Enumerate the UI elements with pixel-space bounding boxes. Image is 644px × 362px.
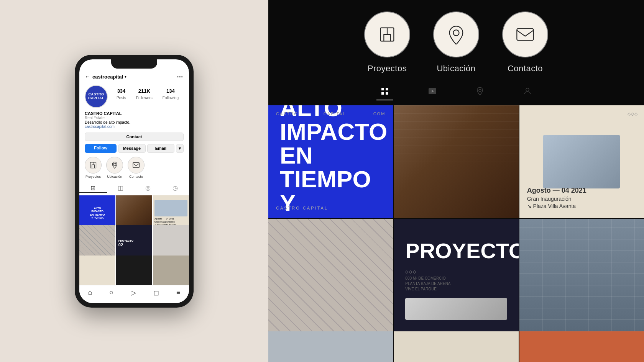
email-button[interactable]: Email <box>147 144 174 153</box>
grid-item-8[interactable] <box>116 256 152 285</box>
highlight-ubicacion[interactable]: Ubicación <box>106 157 123 179</box>
rp-highlight-proyectos[interactable]: Proyectos <box>364 11 410 74</box>
phone-mockup: ← castrocapital ▾ ⋯ CASTRO CAPITAL 334 <box>75 55 194 308</box>
rp-nav-tabs <box>268 81 644 105</box>
rp-proyecto-title: PROYECTO <box>405 240 518 262</box>
rp-tab-reels[interactable] <box>424 85 441 100</box>
contact-button[interactable]: Contact <box>85 133 184 141</box>
avatar-text: CASTRO CAPITAL <box>88 93 104 100</box>
svg-rect-5 <box>517 29 533 40</box>
rp-bottom-cell-1[interactable] <box>268 331 393 362</box>
ig-stat-followers: 211K Followers <box>136 88 153 101</box>
right-panel: Proyectos Ubicación Contacto <box>268 0 644 362</box>
bio-name: CASTRO CAPITAL <box>85 111 184 116</box>
grid-item-9[interactable] <box>153 256 189 285</box>
grid-item-7[interactable] <box>79 256 115 285</box>
rp-alto-header: CASTRO CAPITAL .COM <box>268 111 393 116</box>
ig-stats: 334 Posts 211K Followers 134 Following <box>112 85 184 101</box>
ig-profile-section: CASTRO CAPITAL 334 Posts 211K Followers … <box>79 83 189 111</box>
rp-tab-location[interactable] <box>472 85 488 100</box>
highlight-contacto[interactable]: Contacto <box>128 157 145 179</box>
rp-beige-logo: ◇◇◇ <box>628 111 638 116</box>
ig-bottom-nav: ⌂ ○ ▷ ◻ ≡ <box>79 285 189 303</box>
rp-highlight-contacto-label: Contacto <box>508 64 543 74</box>
message-button[interactable]: Message <box>118 144 145 153</box>
rp-photo-grid: CASTRO CAPITAL .COM ALTO IMPACTO EN TIEM… <box>268 105 644 331</box>
rp-grid-cell-proyecto[interactable]: PROYECTO 02 ◇◇◇ 800 M² DE COMERCIO PLANT… <box>394 219 518 331</box>
rp-building-visual <box>394 105 518 218</box>
svg-point-9 <box>526 88 529 91</box>
rp-proyecto-building-visual <box>405 298 507 320</box>
rp-highlight-contacto-circle <box>502 11 548 57</box>
phone-screen: ← castrocapital ▾ ⋯ CASTRO CAPITAL 334 <box>79 59 189 303</box>
phone-notch <box>111 59 157 69</box>
bio-description: Desarrollo de alto impacto. <box>85 120 184 124</box>
svg-point-8 <box>479 89 481 92</box>
rp-proyecto-desc: 800 M² DE COMERCIO PLANTA BAJA DE ARENA … <box>405 276 450 292</box>
rp-highlight-proyectos-label: Proyectos <box>368 64 407 74</box>
bottom-shop[interactable]: ◻ <box>153 288 159 297</box>
rp-bottom-cell-3[interactable] <box>519 331 644 362</box>
rp-alto-brand: CASTRO CAPITAL <box>276 206 328 210</box>
rp-grid-cell-arch[interactable] <box>268 219 393 331</box>
highlight-proyectos-circle <box>85 157 102 174</box>
bio-category: Real Estate <box>85 116 184 120</box>
avatar: CASTRO CAPITAL <box>85 85 108 108</box>
ig-more-icon[interactable]: ⋯ <box>177 73 184 80</box>
ig-photo-grid: ALTOIMPACTOEN TIEMPOY FORMA Agosto — 04 … <box>79 195 189 285</box>
rp-facade-visual <box>519 219 644 331</box>
highlight-ubicacion-circle <box>106 157 123 174</box>
tab-tagged[interactable]: ◎ <box>134 183 162 193</box>
rp-highlight-ubicacion[interactable]: Ubicación <box>433 11 479 74</box>
more-button[interactable]: ▾ <box>176 144 184 153</box>
rp-tab-profile[interactable] <box>519 85 536 100</box>
svg-rect-2 <box>133 162 140 167</box>
highlight-proyectos[interactable]: Proyectos <box>85 157 102 179</box>
bottom-home[interactable]: ⌂ <box>88 288 92 297</box>
rp-beige-building <box>543 135 620 188</box>
rp-bottom-row <box>268 331 644 362</box>
highlight-contacto-label: Contacto <box>129 175 143 179</box>
rp-grid-cell-alto-impacto[interactable]: CASTRO CAPITAL .COM ALTO IMPACTO EN TIEM… <box>268 105 393 218</box>
tab-profile[interactable]: ◷ <box>162 183 189 193</box>
dropdown-arrow-icon[interactable]: ▾ <box>125 75 127 79</box>
ig-stat-following: 134 Following <box>163 88 179 101</box>
rp-grid-cell-beige[interactable]: ◇◇◇ Agosto — 04 2021 Gran Inauguración ↘… <box>519 105 644 218</box>
rp-highlight-ubicacion-circle <box>433 11 479 57</box>
follow-button[interactable]: Follow <box>85 144 117 153</box>
ig-action-buttons: Follow Message Email ▾ <box>85 144 184 153</box>
ig-nav-tabs: ⊞ ◫ ◎ ◷ <box>79 181 189 195</box>
rp-beige-text: Agosto — 04 2021 Gran Inauguración ↘ Pla… <box>527 186 586 210</box>
rp-highlight-proyectos-circle <box>364 11 410 57</box>
bio-link[interactable]: castrocapital.com <box>85 124 184 129</box>
ig-bio: CASTRO CAPITAL Real Estate Desarrollo de… <box>79 111 189 131</box>
rp-bottom-cell-2[interactable] <box>394 331 518 362</box>
rp-proyecto-logo: ◇◇◇ <box>405 269 417 274</box>
ig-highlights: Proyectos Ubicación <box>79 154 189 181</box>
bottom-reels[interactable]: ▷ <box>131 288 136 297</box>
svg-point-1 <box>113 163 116 166</box>
ig-stat-posts: 334 Posts <box>117 88 126 101</box>
highlight-contacto-circle <box>128 157 145 174</box>
rp-tab-grid[interactable] <box>376 85 393 100</box>
rp-grid-cell-facade[interactable] <box>519 219 644 331</box>
tab-reels[interactable]: ◫ <box>107 183 135 193</box>
ig-username: castrocapital <box>92 74 123 80</box>
bottom-search[interactable]: ○ <box>109 288 113 297</box>
rp-alto-text: ALTO IMPACTO EN TIEMPO Y FORMA <box>280 105 381 218</box>
highlight-proyectos-label: Proyectos <box>85 175 101 179</box>
bottom-menu[interactable]: ≡ <box>176 288 181 297</box>
rp-highlight-ubicacion-label: Ubicación <box>437 64 475 74</box>
rp-arch-visual <box>268 219 393 331</box>
svg-point-4 <box>453 30 459 36</box>
ig-header-left: ← castrocapital ▾ <box>85 74 127 80</box>
rp-grid-cell-building[interactable] <box>394 105 518 218</box>
highlight-ubicacion-label: Ubicación <box>107 175 122 179</box>
left-panel: ← castrocapital ▾ ⋯ CASTRO CAPITAL 334 <box>0 0 268 362</box>
back-arrow-icon[interactable]: ← <box>85 74 90 80</box>
tab-grid[interactable]: ⊞ <box>79 183 107 193</box>
rp-highlights: Proyectos Ubicación Contacto <box>268 0 644 81</box>
rp-highlight-contacto[interactable]: Contacto <box>502 11 548 74</box>
